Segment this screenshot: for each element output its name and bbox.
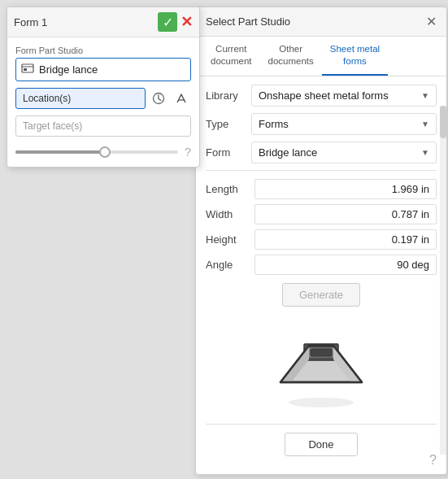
- type-row: Type Forms ▼: [206, 113, 437, 135]
- form1-body: Form Part Studio Bridge lance Location(s…: [7, 37, 199, 167]
- svg-point-7: [289, 398, 354, 407]
- form-value: Bridge lance: [259, 146, 317, 159]
- library-label: Library: [206, 89, 245, 102]
- arrow-button[interactable]: [172, 90, 191, 107]
- part-studio-input[interactable]: Bridge lance: [15, 58, 191, 81]
- clock-button[interactable]: [149, 90, 168, 107]
- preview-area: [206, 313, 437, 424]
- slider-row: ?: [15, 145, 191, 159]
- form1-header-actions: ✓ ✕: [158, 12, 193, 32]
- close-icon: ✕: [181, 14, 193, 30]
- form1-header: Form 1 ✓ ✕: [7, 7, 199, 37]
- param-width-label: Width: [206, 208, 254, 220]
- part-studio-icon: [21, 62, 34, 77]
- scrollbar-thumb[interactable]: [440, 106, 446, 138]
- param-height-row: Height: [206, 229, 437, 250]
- select-body: Library Onshape sheet metal forms ▼ Type…: [196, 76, 446, 474]
- part-studio-name: Bridge lance: [39, 63, 98, 76]
- divider: [206, 170, 437, 171]
- param-width-row: Width: [206, 204, 437, 224]
- svg-rect-0: [22, 64, 33, 72]
- form-dropdown-arrow: ▼: [421, 148, 429, 157]
- select-panel: Select Part Studio ✕ Current document Ot…: [195, 7, 447, 475]
- done-row: Done: [206, 424, 437, 466]
- param-height-label: Height: [206, 233, 254, 246]
- check-icon: ✓: [163, 15, 173, 30]
- select-close-icon: ✕: [426, 15, 437, 28]
- library-dropdown[interactable]: Onshape sheet metal forms ▼: [251, 85, 437, 107]
- svg-rect-2: [24, 68, 27, 71]
- param-length-label: Length: [206, 183, 254, 195]
- part-studio-label: Form Part Studio: [15, 46, 191, 55]
- select-title: Select Part Studio: [206, 15, 290, 28]
- library-dropdown-arrow: ▼: [421, 91, 429, 100]
- param-angle-value[interactable]: [254, 255, 437, 275]
- tabs-row: Current document Other documents Sheet m…: [196, 37, 446, 76]
- form-label: Form: [206, 146, 245, 159]
- help-icon[interactable]: ?: [185, 145, 191, 159]
- type-value: Forms: [259, 118, 289, 130]
- location-input[interactable]: Location(s): [15, 88, 146, 109]
- param-height-value[interactable]: [254, 229, 437, 250]
- param-angle-row: Angle: [206, 255, 437, 275]
- done-button[interactable]: Done: [285, 433, 357, 456]
- confirm-button[interactable]: ✓: [158, 12, 177, 32]
- scrollbar-track: [440, 106, 446, 455]
- form-row: Form Bridge lance ▼: [206, 142, 437, 163]
- help-bottom-icon[interactable]: ?: [429, 453, 437, 468]
- type-dropdown-arrow: ▼: [421, 120, 429, 128]
- param-length-value[interactable]: [254, 179, 437, 199]
- slider-fill: [15, 150, 105, 154]
- param-width-value[interactable]: [254, 204, 437, 224]
- svg-rect-15: [311, 349, 332, 356]
- bridge-lance-preview: [268, 321, 374, 411]
- type-label: Type: [206, 118, 245, 130]
- param-length-row: Length: [206, 179, 437, 199]
- tab-current-document[interactable]: Current document: [202, 37, 260, 76]
- slider-thumb[interactable]: [99, 146, 111, 158]
- form1-panel: Form 1 ✓ ✕ Form Part Studio Bridge lance…: [7, 7, 200, 168]
- select-close-button[interactable]: ✕: [426, 14, 437, 29]
- cancel-button[interactable]: ✕: [181, 15, 193, 29]
- generate-row: Generate: [206, 283, 437, 307]
- svg-line-5: [159, 99, 161, 101]
- library-value: Onshape sheet metal forms: [259, 89, 389, 102]
- type-dropdown[interactable]: Forms ▼: [251, 113, 437, 135]
- target-face-input[interactable]: Target face(s): [15, 115, 191, 137]
- slider-track[interactable]: [15, 150, 178, 154]
- param-angle-label: Angle: [206, 259, 254, 271]
- select-header: Select Part Studio ✕: [196, 7, 446, 37]
- form1-title: Form 1: [14, 16, 47, 28]
- location-row: Location(s): [15, 88, 191, 109]
- generate-button[interactable]: Generate: [282, 283, 360, 307]
- tab-other-documents[interactable]: Other documents: [260, 37, 322, 76]
- form-dropdown[interactable]: Bridge lance ▼: [251, 142, 437, 163]
- tab-sheet-metal-forms[interactable]: Sheet metal forms: [322, 37, 388, 76]
- library-row: Library Onshape sheet metal forms ▼: [206, 85, 437, 107]
